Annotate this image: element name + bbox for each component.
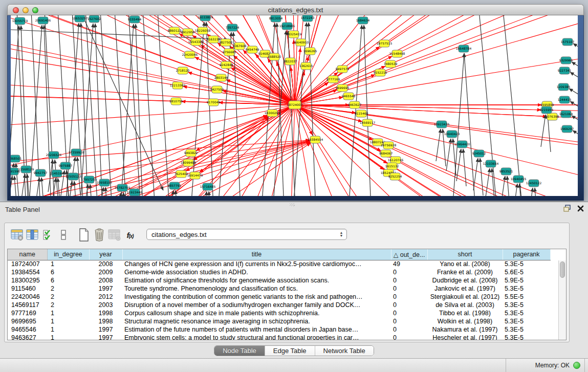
table-cell[interactable]: Embryonic stem cells: a model to study s… bbox=[122, 334, 391, 340]
graph-node[interactable]: 1588520 bbox=[268, 53, 281, 60]
table-cell[interactable]: 5.3E-5 bbox=[503, 285, 550, 293]
table-cell[interactable]: Dudbridge et al. (2008) bbox=[427, 276, 503, 285]
table-cell[interactable]: Franke et al. (2009) bbox=[427, 268, 503, 276]
table-row[interactable]: 946554611997Estimation of the future num… bbox=[8, 325, 550, 334]
graph-node[interactable]: 16640910 bbox=[293, 39, 309, 46]
graph-node[interactable]: 9170049 bbox=[207, 99, 221, 106]
graph-node[interactable]: 8163238 bbox=[207, 36, 221, 43]
table-cell[interactable]: Disruption of a novel member of a sodium… bbox=[122, 301, 391, 309]
graph-node[interactable]: 16914479 bbox=[187, 172, 203, 179]
graph-node[interactable]: 14569117 bbox=[360, 119, 376, 126]
graph-node[interactable]: 9227341 bbox=[558, 67, 572, 74]
table-row[interactable]: 1456911722003Disruption of a novel membe… bbox=[8, 301, 550, 309]
graph-node[interactable]: 12103654 bbox=[483, 160, 499, 167]
table-row[interactable]: 1872400712008Changes of HCN gene express… bbox=[8, 260, 550, 268]
network-canvas[interactable]: 1872400788601238912954182260581654338281… bbox=[11, 15, 578, 196]
table-row[interactable]: 2242004622012Investigating the contribut… bbox=[8, 293, 550, 301]
tab-network-table[interactable]: Network Table bbox=[315, 346, 374, 356]
table-cell[interactable]: 1 bbox=[47, 334, 89, 340]
table-cell[interactable]: 2012 bbox=[89, 293, 122, 301]
graph-node[interactable]: 19218986 bbox=[279, 23, 295, 30]
table-cell[interactable]: 5.3E-5 bbox=[503, 309, 550, 317]
graph-node[interactable]: 10923435 bbox=[434, 121, 450, 128]
graph-node[interactable]: 14055719 bbox=[12, 17, 28, 25]
graph-node[interactable]: 8860123 bbox=[168, 27, 182, 34]
graph-node[interactable]: 20691406 bbox=[35, 17, 51, 24]
graph-node[interactable]: 9493822 bbox=[184, 149, 198, 157]
function-builder-icon[interactable]: f(x) bbox=[122, 227, 138, 243]
table-cell[interactable]: 5.9E-5 bbox=[503, 276, 550, 285]
table-cell[interactable]: Hescheler et al. (1997) bbox=[427, 334, 503, 340]
graph-node[interactable]: 9463627 bbox=[348, 101, 362, 108]
graph-node[interactable]: 1076398 bbox=[546, 113, 559, 120]
table-cell[interactable]: 1997 bbox=[89, 325, 122, 334]
table-cell[interactable]: 6 bbox=[47, 276, 89, 285]
tab-node-table[interactable]: Node Table bbox=[214, 346, 265, 356]
graph-node[interactable]: 1810755 bbox=[169, 98, 183, 105]
column-header-4[interactable]: △ out_de... bbox=[391, 249, 427, 260]
graph-node[interactable]: 10958107 bbox=[97, 179, 113, 186]
window-titlebar[interactable]: citations_edges.txt bbox=[7, 4, 584, 15]
column-checks-icon[interactable] bbox=[40, 227, 56, 243]
table-cell[interactable]: 2003 bbox=[89, 301, 122, 309]
graph-node[interactable]: 9252254 bbox=[388, 173, 402, 180]
table-cell[interactable]: Tourette syndrome. Phenomenology and cla… bbox=[122, 285, 391, 293]
graph-node[interactable]: 8822037 bbox=[284, 58, 297, 65]
graph-node[interactable]: 9942757 bbox=[34, 169, 48, 177]
graph-node[interactable]: 1391596 bbox=[11, 168, 20, 175]
graph-node[interactable]: 8813054 bbox=[269, 15, 283, 22]
table-cell[interactable]: 14569117 bbox=[8, 301, 47, 309]
table-cell[interactable]: 0 bbox=[391, 276, 427, 285]
table-cell[interactable]: 0 bbox=[391, 301, 427, 309]
graph-node[interactable]: 9242848 bbox=[220, 61, 233, 69]
table-cell[interactable]: 2 bbox=[47, 301, 89, 309]
table-cell[interactable]: 9465546 bbox=[8, 325, 47, 334]
row-boxes-icon[interactable] bbox=[56, 227, 71, 243]
table-row[interactable]: 911546021997Tourette syndrome. Phenomeno… bbox=[8, 285, 550, 293]
scrollbar-thumb[interactable] bbox=[560, 261, 565, 278]
table-cell[interactable]: Stergiakouli et al. (2012) bbox=[427, 293, 503, 301]
graph-node[interactable]: 9756685 bbox=[223, 49, 236, 56]
table-cell[interactable]: Changes of HCN gene expression and I(f) … bbox=[122, 260, 391, 268]
graph-node[interactable]: 10940423 bbox=[444, 130, 460, 138]
table-cell[interactable]: Structural magnetic resonance image aver… bbox=[122, 317, 391, 325]
graph-node[interactable]: 9329966 bbox=[559, 57, 573, 64]
citation-network-graph[interactable]: 1872400788601238912954182260581654338281… bbox=[11, 15, 578, 196]
graph-node[interactable]: 16648784 bbox=[456, 45, 472, 52]
table-cell[interactable]: 2 bbox=[47, 285, 89, 293]
graph-node[interactable]: 8454749 bbox=[246, 46, 259, 53]
table-cell[interactable]: Genome-wide association studies in ADHD. bbox=[122, 268, 391, 276]
graph-node[interactable]: 8497571 bbox=[336, 65, 350, 73]
table-header-row[interactable]: namein_degreeyeartitle△ out_de...shortpa… bbox=[8, 249, 550, 260]
table-cell[interactable]: 1 bbox=[47, 325, 89, 334]
graph-node[interactable]: 1684634 bbox=[356, 17, 370, 24]
table-cell[interactable]: 5.3E-5 bbox=[503, 301, 550, 309]
graph-node[interactable]: 8912954 bbox=[181, 29, 195, 36]
memory-ok-indicator-icon[interactable] bbox=[573, 362, 580, 369]
graph-node[interactable]: 1572243 bbox=[301, 15, 315, 21]
graph-node[interactable]: 1145194 bbox=[50, 170, 64, 177]
table-cell[interactable]: Jankovic et al. (1997) bbox=[427, 285, 503, 293]
table-row[interactable]: 977716911998Corpus callosum shape and si… bbox=[8, 309, 550, 317]
graph-node[interactable]: 1362615 bbox=[299, 62, 313, 70]
graph-node[interactable]: 7357224 bbox=[226, 24, 239, 31]
graph-node[interactable]: 9853521 bbox=[499, 168, 513, 175]
graph-node[interactable]: 10653257 bbox=[72, 15, 88, 22]
table-row[interactable]: 1830029562008Estimation of significance … bbox=[8, 276, 550, 285]
table-mode-icon[interactable] bbox=[10, 227, 25, 243]
table-cell[interactable]: 1998 bbox=[89, 317, 122, 325]
graph-node[interactable]: 1696265 bbox=[303, 48, 317, 55]
table-cell[interactable]: 5.3E-5 bbox=[503, 317, 550, 325]
graph-node[interactable]: 17957255 bbox=[81, 176, 97, 183]
table-cell[interactable]: 2009 bbox=[89, 268, 122, 276]
table-cell[interactable]: 0 bbox=[391, 285, 427, 293]
graph-node[interactable]: 9152216 bbox=[374, 69, 387, 76]
column-header-3[interactable]: title bbox=[122, 249, 391, 260]
table-cell[interactable]: 5.6E-5 bbox=[503, 268, 550, 276]
graph-hub-node[interactable]: 18724007 bbox=[287, 101, 303, 109]
graph-node[interactable]: 12450122 bbox=[526, 180, 542, 187]
graph-node[interactable]: 10964420 bbox=[454, 141, 470, 148]
table-cell[interactable]: 2008 bbox=[89, 260, 122, 268]
table-cell[interactable]: Investigating the contribution of common… bbox=[122, 293, 391, 301]
graph-node[interactable]: 2718120 bbox=[176, 67, 190, 74]
